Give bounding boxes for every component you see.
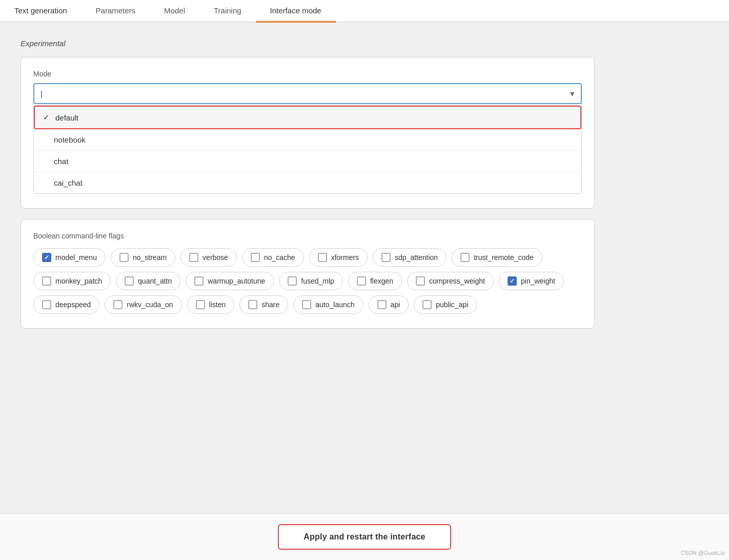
flag-checkbox-auto_launch <box>302 300 311 309</box>
flag-quant_attn[interactable]: quant_attn <box>116 272 180 290</box>
flags-grid: model_menuno_streamverboseno_cachexforme… <box>33 248 582 314</box>
flag-label-trust_remote_code: trust_remote_code <box>474 253 534 262</box>
flag-label-warmup_autotune: warmup_autotune <box>208 277 265 285</box>
flag-checkbox-warmup_autotune <box>194 276 204 286</box>
flag-checkbox-trust_remote_code <box>460 253 470 262</box>
flag-trust_remote_code[interactable]: trust_remote_code <box>452 248 542 267</box>
experimental-label: Experimental <box>21 39 595 48</box>
flag-xformers[interactable]: xformers <box>309 248 368 267</box>
boolean-flags-card: Boolean command-line flags model_menuno_… <box>21 219 595 329</box>
page-content: Experimental Mode ▼ ✓defaultnotebookchat… <box>0 23 615 359</box>
flag-label-api: api <box>391 301 400 309</box>
flag-auto_launch[interactable]: auto_launch <box>293 295 363 314</box>
flag-compress_weight[interactable]: compress_weight <box>407 272 494 290</box>
flag-label-rwkv_cuda_on: rwkv_cuda_on <box>127 301 173 309</box>
flag-warmup_autotune[interactable]: warmup_autotune <box>186 272 274 290</box>
flag-checkbox-pin_weight <box>508 276 517 286</box>
flag-verbose[interactable]: verbose <box>180 248 237 267</box>
flag-checkbox-xformers <box>318 253 327 262</box>
flag-public_api[interactable]: public_api <box>414 295 477 314</box>
flag-deepspeed[interactable]: deepspeed <box>33 295 99 314</box>
flag-checkbox-compress_weight <box>416 276 425 286</box>
flag-label-quant_attn: quant_attn <box>138 277 172 285</box>
flag-label-xformers: xformers <box>331 253 359 262</box>
flag-pin_weight[interactable]: pin_weight <box>499 272 564 290</box>
flag-flexgen[interactable]: flexgen <box>348 272 402 290</box>
flag-label-share: share <box>261 301 279 309</box>
flag-label-model_menu: model_menu <box>55 253 97 262</box>
flag-fused_mlp[interactable]: fused_mlp <box>279 272 343 290</box>
flag-rwkv_cuda_on[interactable]: rwkv_cuda_on <box>105 295 181 314</box>
apply-restart-button[interactable]: Apply and restart the interface <box>278 524 451 550</box>
bottom-bar: Apply and restart the interface <box>0 513 729 560</box>
boolean-flags-label: Boolean command-line flags <box>33 232 582 240</box>
flag-checkbox-monkey_patch <box>42 276 51 286</box>
flag-checkbox-verbose <box>189 253 198 262</box>
watermark: CSDN @GuokLiu <box>681 550 725 556</box>
mode-label: Mode <box>33 70 582 78</box>
flag-label-no_cache: no_cache <box>264 253 295 262</box>
dropdown-item-label: default <box>55 113 78 122</box>
mode-input[interactable] <box>33 83 582 104</box>
flag-checkbox-sdp_attention <box>381 253 391 262</box>
tab-bar: Text generationParametersModelTrainingIn… <box>0 0 729 23</box>
tab-text-generation[interactable]: Text generation <box>0 0 82 23</box>
flag-checkbox-deepspeed <box>42 300 51 309</box>
dropdown-item-label: cai_chat <box>54 178 83 187</box>
mode-card: Mode ▼ ✓defaultnotebookchatcai_chat <box>21 57 595 209</box>
flag-label-flexgen: flexgen <box>370 277 393 285</box>
dropdown-item-label: notebook <box>54 135 86 144</box>
dropdown-item-default[interactable]: ✓default <box>34 106 581 129</box>
dropdown-item-label: chat <box>54 157 68 166</box>
flag-model_menu[interactable]: model_menu <box>33 248 106 267</box>
flag-checkbox-listen <box>196 300 205 309</box>
flag-checkbox-fused_mlp <box>288 276 297 286</box>
dropdown-item-cai_chat[interactable]: cai_chat <box>34 172 581 193</box>
tab-model[interactable]: Model <box>150 0 199 23</box>
flag-label-sdp_attention: sdp_attention <box>395 253 438 262</box>
tab-parameters[interactable]: Parameters <box>82 0 150 23</box>
flag-label-fused_mlp: fused_mlp <box>301 277 334 285</box>
flag-label-monkey_patch: monkey_patch <box>55 277 102 285</box>
flag-label-no_stream: no_stream <box>133 253 167 262</box>
flag-listen[interactable]: listen <box>187 295 235 314</box>
flag-label-deepspeed: deepspeed <box>55 301 91 309</box>
flag-checkbox-model_menu <box>42 253 51 262</box>
flag-label-pin_weight: pin_weight <box>521 277 555 285</box>
flag-no_cache[interactable]: no_cache <box>242 248 304 267</box>
dropdown-item-notebook[interactable]: notebook <box>34 129 581 151</box>
mode-select-wrapper: ▼ <box>33 83 582 104</box>
flag-checkbox-share <box>248 300 257 309</box>
flag-api[interactable]: api <box>369 295 409 314</box>
flag-monkey_patch[interactable]: monkey_patch <box>33 272 111 290</box>
flag-checkbox-flexgen <box>357 276 366 286</box>
flag-no_stream[interactable]: no_stream <box>111 248 175 267</box>
flag-label-compress_weight: compress_weight <box>429 277 485 285</box>
flag-sdp_attention[interactable]: sdp_attention <box>373 248 447 267</box>
flag-label-listen: listen <box>209 301 226 309</box>
flag-share[interactable]: share <box>239 295 288 314</box>
flag-checkbox-api <box>377 300 387 309</box>
mode-dropdown-list: ✓defaultnotebookchatcai_chat <box>33 105 582 194</box>
flag-checkbox-public_api <box>422 300 432 309</box>
flag-checkbox-no_cache <box>251 253 260 262</box>
flag-checkbox-quant_attn <box>125 276 134 286</box>
flag-label-public_api: public_api <box>436 301 468 309</box>
checkmark-icon: ✓ <box>43 113 51 122</box>
flag-label-auto_launch: auto_launch <box>315 301 354 309</box>
flag-label-verbose: verbose <box>202 253 228 262</box>
flag-checkbox-no_stream <box>119 253 129 262</box>
tab-training[interactable]: Training <box>199 0 256 23</box>
flag-checkbox-rwkv_cuda_on <box>113 300 123 309</box>
dropdown-item-chat[interactable]: chat <box>34 151 581 172</box>
tab-interface-mode[interactable]: Interface mode <box>256 0 336 23</box>
